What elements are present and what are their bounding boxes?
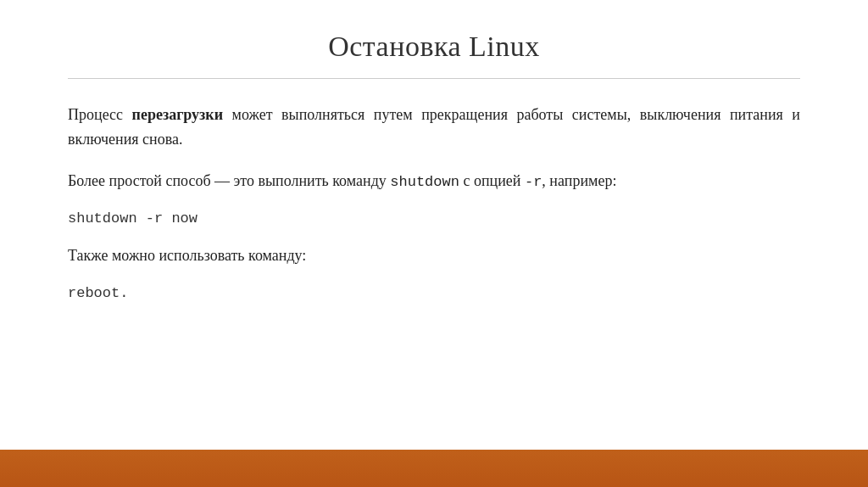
p4-text: Также можно использовать команду: xyxy=(68,247,306,264)
code-block-shutdown: shutdown -r now xyxy=(68,210,800,227)
p2-code-inline-r: -r xyxy=(525,174,542,190)
p2-text-before: Более простой способ — это выполнить ком… xyxy=(68,172,390,189)
p2-code-inline-shutdown: shutdown xyxy=(390,174,459,190)
divider-line xyxy=(68,78,800,79)
title-area: Остановка Linux xyxy=(68,0,800,78)
p1-text-before: Процесс xyxy=(68,106,132,123)
paragraph-2: Более простой способ — это выполнить ком… xyxy=(68,169,800,193)
paragraph-4: Также можно использовать команду: xyxy=(68,244,800,268)
content-area: Процесс перезагрузки может выполняться п… xyxy=(68,103,800,450)
slide-container: Остановка Linux Процесс перезагрузки мож… xyxy=(0,0,868,450)
code-block-reboot: reboot. xyxy=(68,285,800,301)
slide-title: Остановка Linux xyxy=(68,31,800,63)
bottom-bar xyxy=(0,450,868,487)
p2-text-end: , например: xyxy=(542,172,616,189)
p2-text-mid: с опцией xyxy=(459,172,525,189)
paragraph-1: Процесс перезагрузки может выполняться п… xyxy=(68,103,800,152)
p1-bold: перезагрузки xyxy=(132,106,224,123)
